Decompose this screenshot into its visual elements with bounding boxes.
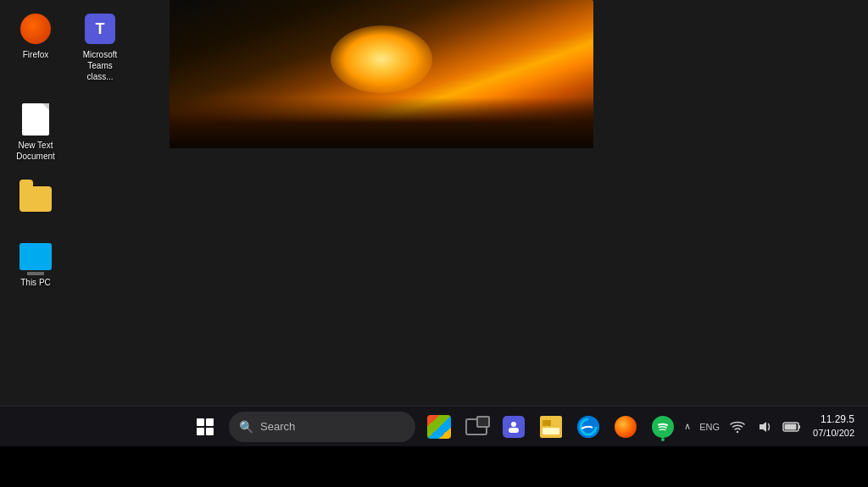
language-indicator[interactable]: ENG [696, 422, 723, 432]
taskbar-ms-store[interactable] [422, 410, 456, 444]
svg-point-0 [511, 422, 516, 427]
search-icon: 🔍 [239, 420, 253, 434]
file-explorer-icon [540, 416, 562, 438]
teams-icon: T [85, 14, 115, 44]
desktop: Firefox T MicrosoftTeams class... New Te… [0, 0, 868, 446]
desktop-icon-firefox[interactable]: Firefox [8, 8, 63, 64]
svg-rect-4 [542, 428, 559, 434]
wallpaper [170, 0, 593, 148]
desktop-icon-this-pc[interactable]: This PC [8, 236, 63, 291]
volume-icon[interactable] [752, 414, 777, 440]
search-label: Search [260, 420, 295, 433]
taskbar-center: 🔍 Search [188, 410, 680, 444]
desktop-icon-this-pc-label: This PC [20, 277, 51, 288]
taskbar-task-view[interactable] [459, 410, 493, 444]
svg-rect-9 [798, 425, 800, 429]
ms-store-icon [427, 415, 451, 439]
txt-icon [22, 103, 49, 136]
desktop-icon-teams[interactable]: T MicrosoftTeams class... [73, 8, 127, 86]
wifi-icon[interactable] [725, 414, 750, 440]
system-tray: ∧ ENG 11.29.5 07/10/2 [681, 407, 868, 447]
desktop-icon-firefox-label: Firefox [23, 49, 49, 60]
svg-rect-10 [785, 423, 797, 429]
firefox-icon [20, 14, 51, 44]
desktop-icon-new-text[interactable]: New TextDocument [8, 99, 63, 165]
clock-area[interactable]: 11.29.5 07/10/202 [806, 412, 861, 440]
clock-date: 07/10/202 [813, 427, 854, 440]
desktop-icons: Firefox T MicrosoftTeams class... New Te… [0, 0, 170, 300]
taskbar-teams[interactable] [497, 410, 531, 444]
svg-marker-7 [760, 422, 766, 432]
taskbar: 🔍 Search [0, 406, 868, 446]
battery-icon[interactable] [779, 414, 804, 440]
svg-point-6 [737, 430, 738, 432]
pc-icon [19, 243, 52, 270]
edge-icon [577, 416, 599, 438]
bottom-bar [0, 446, 868, 487]
windows-logo-icon [197, 418, 214, 435]
taskbar-firefox[interactable] [609, 410, 643, 444]
taskbar-file-explorer[interactable] [534, 410, 568, 444]
spotify-active-indicator [661, 438, 665, 441]
svg-rect-1 [509, 428, 519, 433]
search-bar[interactable]: 🔍 Search [229, 412, 415, 442]
spotify-icon [652, 416, 674, 438]
desktop-icon-new-text-label: New TextDocument [16, 140, 55, 162]
firefox-tb-icon [615, 416, 637, 438]
svg-rect-2 [540, 416, 562, 438]
tray-chevron-icon[interactable]: ∧ [681, 416, 694, 437]
desktop-icon-folder[interactable] [8, 179, 63, 223]
teams-tb-icon [503, 416, 525, 438]
start-button[interactable] [188, 410, 222, 444]
desktop-icon-teams-label: MicrosoftTeams class... [76, 49, 124, 82]
task-view-icon [465, 418, 487, 435]
taskbar-spotify[interactable] [646, 410, 680, 444]
svg-rect-3 [542, 420, 551, 426]
taskbar-edge[interactable] [571, 410, 605, 444]
folder-icon [19, 186, 52, 212]
clock-time: 11.29.5 [821, 412, 854, 427]
